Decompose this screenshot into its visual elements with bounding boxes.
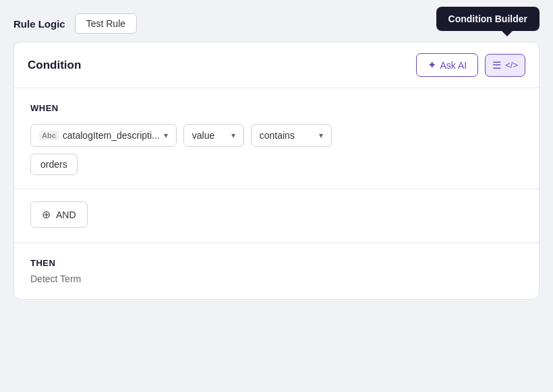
and-section: ⊕ AND <box>14 189 539 242</box>
top-bar: Rule Logic Test Rule Condition Builder <box>13 13 540 34</box>
ask-ai-button[interactable]: ✦ Ask AI <box>416 53 479 77</box>
field-dropdown[interactable]: Abc catalogItem_descripti... ▾ <box>30 124 177 147</box>
field-name: catalogItem_descripti... <box>63 130 160 141</box>
detect-term: Detect Term <box>30 273 523 284</box>
condition-row: Abc catalogItem_descripti... ▾ value ▾ c… <box>30 124 523 147</box>
value-input-row: orders <box>30 154 523 175</box>
sparkle-icon: ✦ <box>428 59 436 71</box>
value-label: value <box>192 130 214 141</box>
condition-title: Condition <box>28 59 81 72</box>
header-actions: ✦ Ask AI ☰ </> <box>416 53 525 77</box>
value-chevron-icon: ▾ <box>231 131 235 140</box>
card-header: Condition ✦ Ask AI ☰ </> <box>14 42 539 88</box>
contains-label: contains <box>260 130 295 141</box>
plus-circle-icon: ⊕ <box>42 208 51 221</box>
rule-logic-label: Rule Logic <box>13 18 65 30</box>
then-label: THEN <box>30 258 523 268</box>
list-icon: ☰ <box>492 59 501 71</box>
value-chip[interactable]: orders <box>30 154 78 175</box>
when-label: WHEN <box>30 103 523 113</box>
card-body: WHEN Abc catalogItem_descripti... ▾ valu… <box>14 88 539 299</box>
value-dropdown[interactable]: value ▾ <box>183 124 244 147</box>
then-section: THEN Detect Term <box>14 242 539 299</box>
when-section: WHEN Abc catalogItem_descripti... ▾ valu… <box>14 88 539 189</box>
and-button[interactable]: ⊕ AND <box>30 201 88 228</box>
main-card: Condition ✦ Ask AI ☰ </> WHEN Abc catalo… <box>13 42 540 300</box>
code-icon: </> <box>505 60 518 70</box>
field-chevron-icon: ▾ <box>164 131 168 140</box>
abc-badge: Abc <box>39 131 59 140</box>
condition-builder-tooltip: Condition Builder <box>436 7 540 31</box>
ask-ai-label: Ask AI <box>440 60 467 71</box>
contains-dropdown[interactable]: contains ▾ <box>251 124 332 147</box>
rule-logic-section: Rule Logic Test Rule <box>13 13 137 34</box>
code-view-button[interactable]: ☰ </> <box>485 54 525 77</box>
and-label: AND <box>56 209 76 220</box>
test-rule-button[interactable]: Test Rule <box>75 13 137 34</box>
contains-chevron-icon: ▾ <box>319 131 323 140</box>
